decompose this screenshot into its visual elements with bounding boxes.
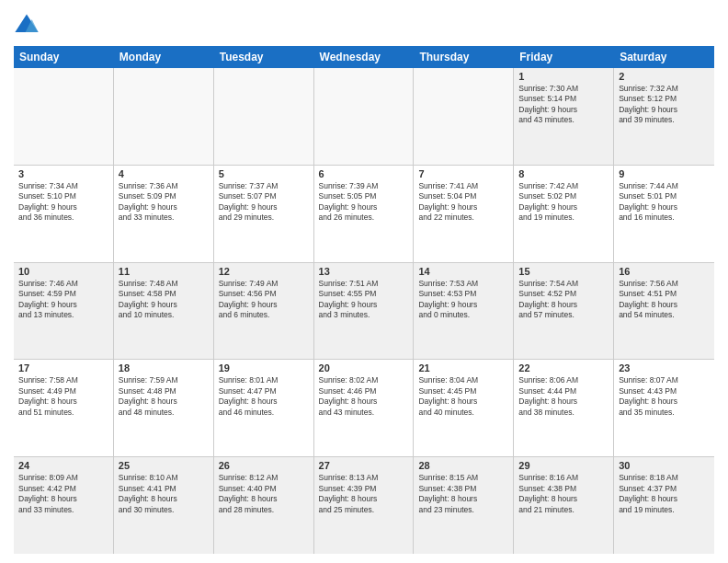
day-info: Sunrise: 7:41 AM Sunset: 5:04 PM Dayligh… [418,181,508,224]
day-number: 17 [18,362,108,373]
day-info: Sunrise: 8:07 AM Sunset: 4:43 PM Dayligh… [619,375,710,418]
day-info: Sunrise: 7:32 AM Sunset: 5:12 PM Dayligh… [619,84,710,126]
day-number: 10 [18,266,108,277]
day-number: 2 [619,71,710,82]
day-cell-24: 24Sunrise: 8:09 AM Sunset: 4:42 PM Dayli… [14,457,114,554]
day-info: Sunrise: 8:09 AM Sunset: 4:42 PM Dayligh… [18,473,108,515]
header [14,9,714,39]
day-info: Sunrise: 8:18 AM Sunset: 4:37 PM Dayligh… [619,473,710,515]
day-number: 8 [518,168,609,179]
day-cell-4: 4Sunrise: 7:36 AM Sunset: 5:09 PM Daylig… [114,166,214,262]
empty-cell [414,68,514,165]
day-number: 12 [219,266,309,277]
day-number: 27 [319,460,409,471]
calendar-body: 1Sunrise: 7:30 AM Sunset: 5:14 PM Daylig… [14,68,714,554]
day-info: Sunrise: 7:49 AM Sunset: 4:56 PM Dayligh… [219,279,309,321]
day-info: Sunrise: 8:02 AM Sunset: 4:46 PM Dayligh… [319,375,409,418]
calendar-row-0: 1Sunrise: 7:30 AM Sunset: 5:14 PM Daylig… [14,68,714,166]
day-cell-23: 23Sunrise: 8:07 AM Sunset: 4:43 PM Dayli… [614,360,714,456]
day-info: Sunrise: 7:48 AM Sunset: 4:58 PM Dayligh… [119,279,209,321]
day-cell-12: 12Sunrise: 7:49 AM Sunset: 4:56 PM Dayli… [214,263,314,360]
day-cell-16: 16Sunrise: 7:56 AM Sunset: 4:51 PM Dayli… [614,263,714,360]
day-cell-15: 15Sunrise: 7:54 AM Sunset: 4:52 PM Dayli… [514,263,614,360]
day-info: Sunrise: 7:44 AM Sunset: 5:01 PM Dayligh… [619,181,710,224]
day-cell-27: 27Sunrise: 8:13 AM Sunset: 4:39 PM Dayli… [314,457,415,554]
header-cell-saturday: Saturday [614,46,714,68]
day-cell-13: 13Sunrise: 7:51 AM Sunset: 4:55 PM Dayli… [314,263,415,360]
day-info: Sunrise: 7:58 AM Sunset: 4:49 PM Dayligh… [18,375,108,418]
day-number: 9 [619,168,710,179]
day-number: 7 [418,168,508,179]
day-number: 20 [319,362,409,373]
day-cell-5: 5Sunrise: 7:37 AM Sunset: 5:07 PM Daylig… [214,166,314,262]
day-number: 23 [619,362,710,373]
calendar-header: SundayMondayTuesdayWednesdayThursdayFrid… [14,46,714,68]
day-info: Sunrise: 7:51 AM Sunset: 4:55 PM Dayligh… [319,279,409,321]
day-cell-17: 17Sunrise: 7:58 AM Sunset: 4:49 PM Dayli… [14,360,114,456]
day-number: 1 [518,71,609,82]
day-info: Sunrise: 7:53 AM Sunset: 4:53 PM Dayligh… [418,279,508,321]
day-number: 5 [219,168,309,179]
day-cell-1: 1Sunrise: 7:30 AM Sunset: 5:14 PM Daylig… [514,68,614,165]
day-cell-19: 19Sunrise: 8:01 AM Sunset: 4:47 PM Dayli… [214,360,314,456]
day-number: 25 [119,460,209,471]
day-cell-22: 22Sunrise: 8:06 AM Sunset: 4:44 PM Dayli… [514,360,614,456]
day-cell-11: 11Sunrise: 7:48 AM Sunset: 4:58 PM Dayli… [114,263,214,360]
day-cell-6: 6Sunrise: 7:39 AM Sunset: 5:05 PM Daylig… [314,166,415,262]
header-cell-tuesday: Tuesday [214,46,314,68]
day-number: 24 [18,460,108,471]
day-number: 16 [619,266,710,277]
day-number: 11 [119,266,209,277]
day-info: Sunrise: 8:16 AM Sunset: 4:38 PM Dayligh… [518,473,609,515]
day-cell-9: 9Sunrise: 7:44 AM Sunset: 5:01 PM Daylig… [614,166,714,262]
day-cell-28: 28Sunrise: 8:15 AM Sunset: 4:38 PM Dayli… [414,457,514,554]
empty-cell [214,68,314,165]
header-cell-sunday: Sunday [14,46,114,68]
header-cell-monday: Monday [114,46,214,68]
calendar-row-4: 24Sunrise: 8:09 AM Sunset: 4:42 PM Dayli… [14,457,714,554]
day-info: Sunrise: 8:04 AM Sunset: 4:45 PM Dayligh… [418,375,508,418]
logo-icon [14,13,40,39]
day-info: Sunrise: 8:06 AM Sunset: 4:44 PM Dayligh… [518,375,609,418]
day-info: Sunrise: 7:46 AM Sunset: 4:59 PM Dayligh… [18,279,108,321]
logo [14,13,43,39]
empty-cell [14,68,114,165]
day-info: Sunrise: 7:54 AM Sunset: 4:52 PM Dayligh… [518,279,609,321]
day-number: 30 [619,460,710,471]
day-number: 22 [518,362,609,373]
page: SundayMondayTuesdayWednesdayThursdayFrid… [0,0,728,563]
day-info: Sunrise: 8:13 AM Sunset: 4:39 PM Dayligh… [319,473,409,515]
day-number: 21 [418,362,508,373]
day-cell-14: 14Sunrise: 7:53 AM Sunset: 4:53 PM Dayli… [414,263,514,360]
calendar: SundayMondayTuesdayWednesdayThursdayFrid… [14,46,714,554]
day-number: 28 [418,460,508,471]
day-cell-10: 10Sunrise: 7:46 AM Sunset: 4:59 PM Dayli… [14,263,114,360]
header-cell-wednesday: Wednesday [314,46,415,68]
day-info: Sunrise: 8:10 AM Sunset: 4:41 PM Dayligh… [119,473,209,515]
day-cell-21: 21Sunrise: 8:04 AM Sunset: 4:45 PM Dayli… [414,360,514,456]
day-number: 29 [518,460,609,471]
day-cell-18: 18Sunrise: 7:59 AM Sunset: 4:48 PM Dayli… [114,360,214,456]
header-cell-thursday: Thursday [414,46,514,68]
day-info: Sunrise: 7:30 AM Sunset: 5:14 PM Dayligh… [518,84,609,126]
empty-cell [314,68,415,165]
day-info: Sunrise: 8:12 AM Sunset: 4:40 PM Dayligh… [219,473,309,515]
calendar-row-1: 3Sunrise: 7:34 AM Sunset: 5:10 PM Daylig… [14,166,714,263]
day-cell-25: 25Sunrise: 8:10 AM Sunset: 4:41 PM Dayli… [114,457,214,554]
day-number: 19 [219,362,309,373]
day-info: Sunrise: 7:56 AM Sunset: 4:51 PM Dayligh… [619,279,710,321]
day-info: Sunrise: 8:15 AM Sunset: 4:38 PM Dayligh… [418,473,508,515]
day-info: Sunrise: 7:42 AM Sunset: 5:02 PM Dayligh… [518,181,609,224]
calendar-row-2: 10Sunrise: 7:46 AM Sunset: 4:59 PM Dayli… [14,263,714,361]
day-info: Sunrise: 8:01 AM Sunset: 4:47 PM Dayligh… [219,375,309,418]
day-info: Sunrise: 7:36 AM Sunset: 5:09 PM Dayligh… [119,181,209,224]
day-info: Sunrise: 7:34 AM Sunset: 5:10 PM Dayligh… [18,181,108,224]
day-cell-8: 8Sunrise: 7:42 AM Sunset: 5:02 PM Daylig… [514,166,614,262]
header-cell-friday: Friday [514,46,614,68]
day-info: Sunrise: 7:37 AM Sunset: 5:07 PM Dayligh… [219,181,309,224]
day-cell-7: 7Sunrise: 7:41 AM Sunset: 5:04 PM Daylig… [414,166,514,262]
day-number: 14 [418,266,508,277]
day-cell-29: 29Sunrise: 8:16 AM Sunset: 4:38 PM Dayli… [514,457,614,554]
day-cell-30: 30Sunrise: 8:18 AM Sunset: 4:37 PM Dayli… [614,457,714,554]
day-info: Sunrise: 7:39 AM Sunset: 5:05 PM Dayligh… [319,181,409,224]
